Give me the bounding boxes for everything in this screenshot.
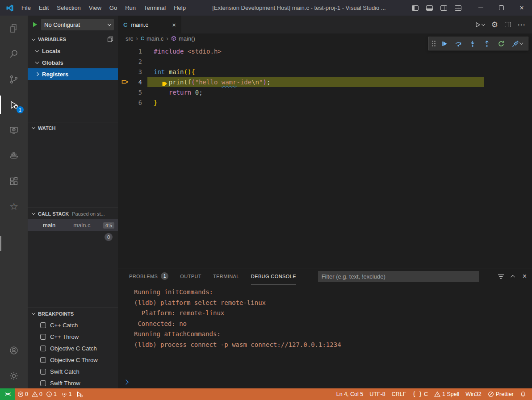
- maximize-button[interactable]: [491, 0, 511, 16]
- breakpoint-item[interactable]: C++ Catch: [28, 319, 118, 331]
- tab-terminal[interactable]: TERMINAL: [213, 268, 239, 284]
- info-icon: [46, 391, 52, 397]
- menu-help[interactable]: Help: [170, 0, 190, 16]
- breakpoint-label: Swift Throw: [50, 380, 80, 387]
- tab-output[interactable]: OUTPUT: [180, 268, 201, 284]
- circle-slash-icon: [488, 391, 494, 397]
- split-editor-icon[interactable]: [505, 22, 511, 27]
- breakpoint-label: C++ Throw: [50, 333, 79, 340]
- chevron-down-icon: [35, 48, 39, 52]
- run-and-debug-icon[interactable]: 1: [0, 92, 28, 117]
- remote-explorer-icon[interactable]: [0, 117, 28, 143]
- tab-main-c[interactable]: C main.c ×: [118, 16, 181, 33]
- step-into-button[interactable]: [467, 38, 478, 50]
- breakpoint-item[interactable]: Objective C Throw: [28, 354, 118, 366]
- collapse-all-icon[interactable]: [107, 36, 113, 42]
- more-actions-icon[interactable]: ···: [518, 21, 526, 29]
- breakpoint-checkbox[interactable]: [40, 346, 46, 351]
- breakpoint-checkbox[interactable]: [40, 369, 46, 375]
- call-stack-section-header[interactable]: CALL STACK Paused on st...: [28, 208, 118, 219]
- code-line-3: 3int main(){: [118, 67, 532, 77]
- debug-config-dropdown[interactable]: No Configurat: [41, 19, 114, 30]
- breakpoint-checkbox[interactable]: [40, 334, 46, 340]
- breadcrumb-src[interactable]: src: [126, 35, 133, 42]
- menu-run[interactable]: Run: [121, 0, 140, 16]
- breadcrumb-main-c[interactable]: C main.c: [141, 35, 163, 42]
- disconnect-button[interactable]: [510, 38, 525, 50]
- filter-lines-icon[interactable]: [498, 274, 504, 279]
- toggle-secondary-sidebar-icon[interactable]: [440, 5, 447, 11]
- platform-indicator[interactable]: Win32: [462, 388, 484, 400]
- breakpoint-item[interactable]: C++ Throw: [28, 331, 118, 342]
- language-mode[interactable]: { } C: [409, 388, 431, 400]
- menu-terminal[interactable]: Terminal: [140, 0, 170, 16]
- tab-debug-console[interactable]: DEBUG CONSOLE: [251, 268, 296, 284]
- forwarded-ports-status[interactable]: 1: [59, 388, 74, 400]
- settings-gear-icon[interactable]: [0, 363, 28, 388]
- restart-button[interactable]: [495, 38, 507, 50]
- breakpoint-checkbox[interactable]: [40, 380, 46, 386]
- remote-indicator[interactable]: ><: [0, 388, 15, 400]
- spell-checker-status[interactable]: 1 Spell: [431, 388, 462, 400]
- eol-indicator[interactable]: CRLF: [389, 388, 410, 400]
- step-over-button[interactable]: [452, 38, 464, 50]
- menu-edit[interactable]: Edit: [35, 0, 53, 16]
- code-editor[interactable]: 1#include <stdio.h>23int main(){4 printf…: [118, 43, 532, 268]
- console-filter-input[interactable]: [318, 271, 479, 282]
- stack-frame-row[interactable]: main main.c 4:5: [28, 219, 118, 231]
- extensions-icon[interactable]: [0, 168, 28, 194]
- favorites-star-icon[interactable]: ☆: [0, 194, 28, 219]
- menu-go[interactable]: Go: [105, 0, 121, 16]
- run-file-dropdown-icon[interactable]: [475, 22, 485, 28]
- customize-layout-icon[interactable]: [455, 5, 461, 11]
- maximize-panel-icon[interactable]: [511, 275, 515, 279]
- breakpoint-checkbox[interactable]: [40, 322, 46, 328]
- breakpoint-item[interactable]: Swift Catch: [28, 366, 118, 377]
- debug-status[interactable]: [74, 388, 85, 400]
- variables-scope-globals[interactable]: Globals: [28, 57, 118, 68]
- breadcrumb-main-fn[interactable]: main(): [171, 35, 195, 42]
- activity-bar-scrollbar[interactable]: [0, 236, 1, 251]
- formatter-status[interactable]: Prettier: [485, 388, 517, 400]
- notifications-bell-icon[interactable]: [517, 388, 529, 400]
- tab-close-icon[interactable]: ×: [172, 21, 176, 29]
- chevron-down-icon: [32, 37, 35, 40]
- debug-console-input[interactable]: [118, 376, 532, 388]
- menu-file[interactable]: File: [17, 0, 35, 16]
- continue-button[interactable]: [438, 38, 450, 50]
- toggle-sidebar-icon[interactable]: [412, 5, 419, 11]
- cursor-position[interactable]: Ln 4, Col 5: [333, 388, 366, 400]
- start-debug-icon[interactable]: [32, 21, 38, 28]
- search-icon[interactable]: [0, 41, 28, 67]
- current-frame-pointer-icon[interactable]: [118, 79, 132, 85]
- source-control-icon[interactable]: [0, 67, 28, 92]
- breakpoint-item[interactable]: Objective C Catch: [28, 342, 118, 354]
- minimize-button[interactable]: [470, 0, 491, 16]
- drag-grip-icon[interactable]: [432, 41, 436, 46]
- problems-status[interactable]: 0 0 1: [15, 388, 59, 400]
- breakpoints-section-header[interactable]: BREAKPOINTS: [28, 308, 118, 319]
- explorer-icon[interactable]: [0, 16, 28, 41]
- line-number: 4: [132, 79, 142, 86]
- breakpoint-checkbox[interactable]: [40, 357, 46, 363]
- step-out-button[interactable]: [481, 38, 493, 50]
- close-panel-icon[interactable]: ×: [523, 272, 527, 280]
- variables-scope-locals[interactable]: Locals: [28, 45, 118, 57]
- code-line-5: 5 return 0;: [118, 87, 532, 97]
- variables-section-header[interactable]: VARIABLES: [28, 33, 118, 45]
- menu-selection[interactable]: Selection: [53, 0, 84, 16]
- breakpoint-item[interactable]: Swift Throw: [28, 377, 118, 388]
- variables-scope-registers[interactable]: Registers: [28, 68, 118, 80]
- debug-console-output: Running initCommands:(lldb) platform sel…: [118, 284, 532, 376]
- accounts-icon[interactable]: [0, 338, 28, 363]
- encoding-indicator[interactable]: UTF-8: [366, 388, 388, 400]
- close-button[interactable]: ×: [511, 0, 532, 16]
- console-line: Connected: no: [134, 319, 532, 329]
- inline-breakpoint-icon[interactable]: [162, 81, 168, 87]
- toggle-panel-icon[interactable]: [426, 5, 433, 11]
- docker-icon[interactable]: [0, 143, 28, 168]
- watch-section-header[interactable]: WATCH: [28, 122, 118, 133]
- editor-gear-icon[interactable]: ⚙: [491, 21, 498, 29]
- tab-problems[interactable]: PROBLEMS 1: [129, 268, 168, 284]
- menu-view[interactable]: View: [85, 0, 105, 16]
